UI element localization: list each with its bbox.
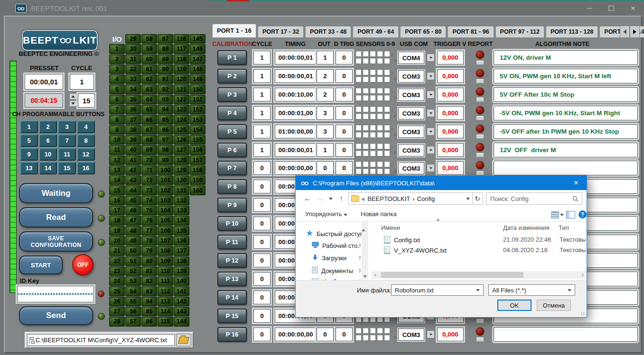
sensor-checkbox[interactable] [363,88,369,94]
column-header-date[interactable]: Дата изменения [503,224,550,231]
dtrig-field[interactable]: 0 [336,125,353,138]
com-dropdown-button[interactable] [427,164,435,172]
port-button-13[interactable]: P 13 [217,272,247,286]
file-row-2[interactable]: V_XYZ-4WORC.txt [384,246,447,254]
column-header-name[interactable]: Имени [381,224,400,231]
cycle-field[interactable]: 0 [253,217,271,230]
algorithm-note-field[interactable]: -5V OFF after 1h PWM gen 10 KHz Stop [494,124,638,139]
trigger-v-field[interactable]: 0,000 [437,125,464,138]
sensor-checkbox[interactable] [355,328,362,334]
sensor-checkbox[interactable] [355,69,362,75]
trigger-v-field[interactable]: 0,000 [437,51,464,64]
com-dropdown-button[interactable] [427,330,435,338]
nav-item-3[interactable]: Загрузки✎ [312,254,346,262]
sensor-checkbox[interactable] [355,132,362,138]
port-button-16[interactable]: P 16 [217,327,247,342]
timing-field[interactable]: 00:00:00,00 [275,161,317,175]
algorithm-note-field[interactable]: 5V OFF After 10c M Stop [494,87,638,102]
sensor-checkbox[interactable] [355,106,362,112]
port-button-8[interactable]: P 8 [217,179,247,194]
tab-scroll-left-button[interactable] [620,26,630,38]
close-button[interactable]: × [622,1,644,15]
sensor-checkbox[interactable] [363,95,369,101]
com-port-select[interactable]: COM3 [398,328,424,341]
sensor-checkbox[interactable] [370,150,376,156]
tab-port-8[interactable]: PORT 113 - 128 [546,26,598,37]
trigger-v-field[interactable]: 0,000 [437,106,464,120]
new-folder-button[interactable]: Новая папка [361,207,397,221]
algorithm-note-field[interactable]: 5V ON, PWM gen 10 KHz, Start M left [494,69,638,83]
search-box[interactable]: Поиск: Config [486,192,582,205]
sensor-checkbox[interactable] [355,51,362,57]
sensor-checkbox[interactable] [384,161,390,167]
sensor-checkbox[interactable] [355,88,362,94]
trigger-v-field[interactable]: 0,000 [437,88,464,101]
sensor-checkbox[interactable] [377,76,383,82]
io-cell-29[interactable]: 29 [125,34,141,44]
timing-field[interactable]: 00:00:00,01 [275,143,317,157]
sensor-checkbox[interactable] [384,106,390,112]
dialog-close-button[interactable]: × [566,176,587,190]
horizontal-scrollbar[interactable]: ‹ › [372,271,587,279]
ok-button[interactable]: OK [497,300,532,311]
sensor-checkbox[interactable] [384,95,390,101]
algorithm-note-field[interactable]: 12V ON, driver M [494,50,638,65]
trigger-v-field[interactable]: 0,000 [437,328,464,341]
sensor-checkbox[interactable] [384,328,390,334]
cycle-field[interactable]: 0 [253,161,271,175]
port-button-4[interactable]: P 4 [217,106,247,120]
com-dropdown-button[interactable] [427,127,435,136]
view-mode-chevron-icon[interactable] [560,214,564,216]
sensor-checkbox[interactable] [384,113,390,119]
sensor-checkbox[interactable] [363,51,369,57]
sensor-checkbox[interactable] [363,125,369,131]
resize-grip[interactable] [581,312,585,316]
sensor-checkbox[interactable] [377,95,383,101]
view-mode-icon[interactable] [551,211,559,218]
sensor-checkbox[interactable] [384,143,390,149]
io-cell-145[interactable]: 145 [190,34,205,44]
sensor-checkbox[interactable] [377,113,383,119]
sensor-checkbox[interactable] [355,335,362,341]
com-dropdown-button[interactable] [427,146,435,154]
nav-scrollbar[interactable] [362,222,368,279]
sensor-checkbox[interactable] [370,88,376,94]
help-button[interactable]: ? [579,210,587,218]
breadcrumb-collapse[interactable]: « [362,195,365,202]
cycle-field[interactable]: 0 [253,180,271,193]
address-chevron-icon[interactable] [466,198,470,200]
sensor-checkbox[interactable] [363,76,369,82]
back-button[interactable]: ← [301,192,314,205]
cycle-field[interactable]: 1 [253,106,271,120]
sensor-checkbox[interactable] [363,335,369,341]
sensor-checkbox[interactable] [384,88,390,94]
algorithm-note-field[interactable] [494,161,638,175]
minimize-button[interactable] [579,1,600,15]
dtrig-field[interactable]: 0 [336,328,353,341]
sensor-checkbox[interactable] [377,335,383,341]
out-field[interactable]: 1 [317,51,334,64]
timing-field[interactable]: 00:00:00,01 [275,69,317,83]
out-field[interactable]: 0 [317,328,334,341]
algorithm-note-field[interactable] [494,327,638,342]
tab-port-1[interactable]: PORT 1 - 16 [212,24,256,37]
tab-port-3[interactable]: PORT 33 - 48 [305,26,351,37]
sensor-checkbox[interactable] [355,161,362,167]
sensor-checkbox[interactable] [384,58,390,64]
file-row-1[interactable]: Config.txt [384,236,420,244]
com-dropdown-button[interactable] [427,72,435,80]
port-button-6[interactable]: P 6 [217,143,247,157]
sensor-checkbox[interactable] [377,328,383,334]
cycle-field[interactable]: 1 [253,88,271,101]
cycle-field[interactable]: 1 [253,51,271,64]
cycle-field[interactable]: 0 [253,235,271,249]
sensor-checkbox[interactable] [355,168,362,174]
breadcrumb-folder[interactable]: Config [417,195,435,202]
scroll-left-arrow[interactable]: ‹ [372,272,379,278]
nav-item-4[interactable]: Документы✎ [312,266,353,275]
tab-port-5[interactable]: PORT 65 - 80 [400,26,446,37]
maximize-button[interactable] [600,1,622,15]
breadcrumb-root[interactable]: BEEPTOOLKIT [367,195,410,202]
sensor-checkbox[interactable] [355,76,362,82]
sensor-checkbox[interactable] [363,58,369,64]
